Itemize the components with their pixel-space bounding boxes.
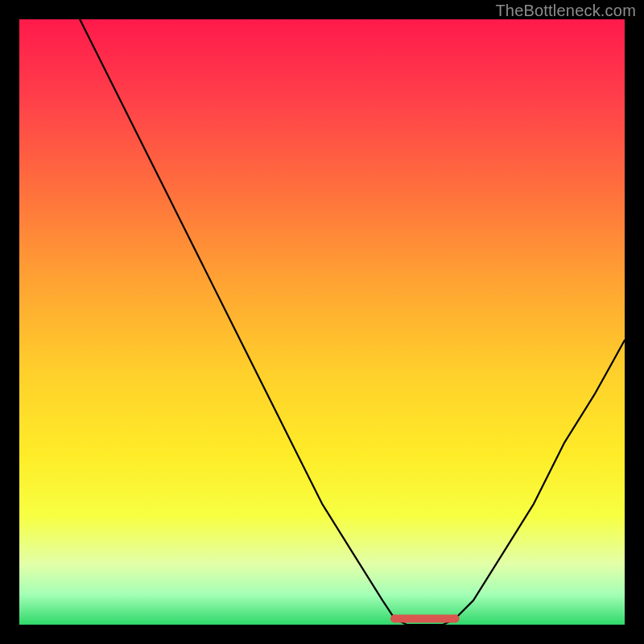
bottleneck-curve <box>19 19 625 625</box>
svg-point-0 <box>390 615 398 623</box>
svg-point-1 <box>451 615 459 623</box>
attribution-text: TheBottleneck.com <box>495 2 636 20</box>
